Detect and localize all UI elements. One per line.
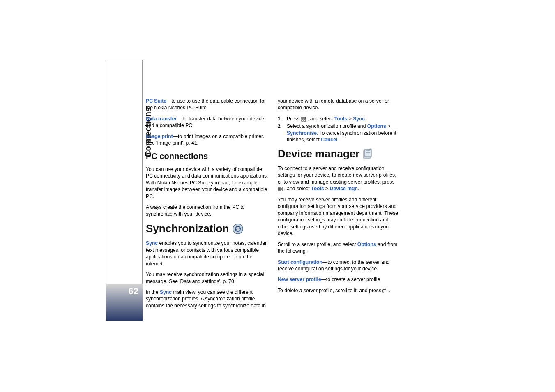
delete-p-a: To delete a server profile, scroll to it… [278, 288, 382, 293]
data-transfer-label: Data transfer [146, 116, 177, 122]
step2-cancel: Cancel [321, 137, 337, 143]
device-manager-icon [363, 148, 372, 159]
page-frame [106, 60, 143, 314]
left-column: PC Suite—to use to use the data cable co… [146, 98, 269, 313]
dev-p2: You may receive server profiles and diff… [278, 196, 401, 237]
svg-rect-4 [304, 120, 306, 121]
svg-rect-15 [281, 189, 282, 191]
step-1: 1 Press , and select Tools > Sync. [278, 115, 401, 122]
page-number-value: 62 [129, 286, 138, 297]
sync-p1-text: enables you to synchronize your notes, c… [146, 240, 268, 266]
step2-synchronise: Synchronise [287, 130, 317, 136]
dev-gt: > [324, 186, 330, 191]
right-top-p: your device with a remote database on a … [278, 98, 401, 111]
pc-suite-label: PC Suite [146, 98, 166, 104]
step2-options: Options [367, 123, 386, 129]
step-2-body: Select a synchronization profile and Opt… [287, 123, 401, 143]
step2-a: Select a synchronization profile and [287, 123, 367, 129]
step1-a: Press [287, 116, 301, 122]
dev-p1a: To connect to a server and receive confi… [278, 166, 396, 185]
page-content: PC Suite—to use to use the data cable co… [146, 98, 401, 313]
dev-p3-options: Options [357, 242, 376, 247]
svg-rect-1 [302, 117, 303, 119]
sync-label-2: Sync [160, 289, 172, 295]
dev-p3a: Scroll to a server profile, and select [278, 242, 357, 247]
start-conf-item: Start configuration—to connect to the se… [278, 259, 401, 272]
delete-profile-p: To delete a server profile, scroll to it… [278, 287, 401, 294]
image-print-label: Image print [146, 134, 173, 139]
clear-key-icon [382, 288, 387, 293]
pc-connections-heading: PC connections [146, 151, 269, 162]
step2-dot: . [337, 137, 339, 143]
step1-tools: Tools [334, 116, 348, 122]
dev-p1b: , and select [284, 186, 311, 191]
pc-conn-p2: Always create the connection from the PC… [146, 204, 269, 217]
data-transfer-item: Data transfer— to transfer data between … [146, 115, 269, 129]
svg-point-0 [233, 224, 243, 234]
svg-rect-14 [278, 189, 280, 191]
step1-sync: Sync [353, 116, 365, 122]
sync-p2: You may receive synchronization settings… [146, 271, 269, 285]
step-2-num: 2 [278, 123, 283, 143]
step1-dot: . [365, 116, 366, 122]
step-2: 2 Select a synchronization profile and O… [278, 123, 401, 143]
sync-p3a: In the [146, 289, 160, 295]
dev-dot: . [358, 186, 359, 191]
svg-rect-2 [304, 117, 306, 119]
svg-rect-3 [302, 120, 303, 121]
sync-p1: Sync enables you to synchronize your not… [146, 240, 269, 267]
right-column: your device with a remote database on a … [278, 98, 401, 313]
menu-key-icon [278, 187, 283, 191]
step-1-num: 1 [278, 115, 283, 122]
sync-p3: In the Sync main view, you can see the d… [146, 289, 269, 309]
step1-gt: > [347, 116, 353, 122]
dev-tools: Tools [311, 186, 324, 191]
delete-p-b: . [389, 288, 390, 293]
step2-gt: > [386, 123, 391, 129]
sync-heading-text: Synchronization [146, 221, 229, 236]
pc-suite-item: PC Suite—to use to use the data cable co… [146, 98, 269, 111]
svg-rect-12 [278, 187, 280, 189]
sync-label: Sync [146, 240, 158, 246]
step1-b: , and select [307, 116, 334, 122]
start-conf-label: Start configuration [278, 259, 322, 265]
dev-p3: Scroll to a server profile, and select O… [278, 241, 401, 255]
sync-icon [232, 223, 244, 235]
page-number: 62 [106, 284, 143, 321]
step-1-body: Press , and select Tools > Sync. [287, 115, 366, 122]
dev-heading-text: Device manager [278, 147, 359, 161]
new-server-text: —to create a server profile [321, 277, 380, 282]
device-manager-heading: Device manager [278, 147, 401, 161]
new-server-item: New server profile—to create a server pr… [278, 276, 401, 283]
svg-point-10 [369, 149, 371, 150]
image-print-item: Image print—to print images on a compati… [146, 133, 269, 147]
pc-conn-p1: You can use your device with a variety o… [146, 166, 269, 200]
dev-mgr: Device mgr. [330, 186, 358, 191]
new-server-label: New server profile [278, 277, 321, 282]
menu-key-icon [301, 117, 306, 122]
synchronization-heading: Synchronization [146, 221, 269, 236]
dev-p1: To connect to a server and receive confi… [278, 165, 401, 192]
svg-rect-13 [281, 187, 282, 189]
